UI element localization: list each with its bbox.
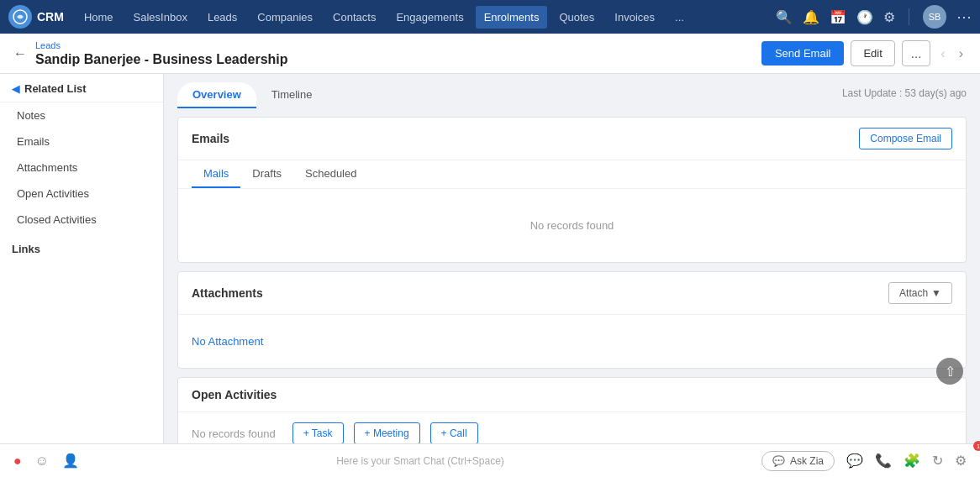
smart-chat-label[interactable]: Here is your Smart Chat (Ctrl+Space) bbox=[92, 455, 748, 467]
clock-icon[interactable]: 🕐 bbox=[856, 9, 873, 25]
sidebar-item-closed-activities[interactable]: Closed Activities bbox=[0, 207, 163, 233]
bottom-icon-phone[interactable]: 📞 bbox=[875, 453, 892, 469]
bottom-icon-chat[interactable]: 💬 bbox=[846, 453, 863, 469]
nav-engagements[interactable]: Engagements bbox=[387, 6, 472, 29]
bottom-icon-puzzle[interactable]: 🧩 bbox=[904, 453, 920, 469]
tabs: Overview Timeline bbox=[177, 82, 327, 108]
nav-home[interactable]: Home bbox=[76, 6, 122, 29]
logo[interactable]: CRM bbox=[8, 5, 64, 29]
send-email-button[interactable]: Send Email bbox=[761, 41, 844, 66]
add-task-button[interactable]: + Task bbox=[292, 422, 344, 444]
leads-breadcrumb[interactable]: Leads bbox=[35, 40, 61, 50]
open-activities-card-header: Open Activities bbox=[178, 378, 966, 412]
tab-overview[interactable]: Overview bbox=[177, 82, 256, 108]
emails-card-title: Emails bbox=[192, 132, 229, 145]
email-tab-drafts[interactable]: Drafts bbox=[240, 160, 293, 188]
attach-button[interactable]: Attach ▼ bbox=[888, 282, 952, 304]
emails-no-records: No records found bbox=[192, 202, 952, 249]
ask-zia-button[interactable]: 💬 Ask Zia 1 bbox=[761, 451, 835, 471]
nav-icons: 🔍 🔔 📅 🕐 ⚙ SB ⋯ bbox=[776, 5, 972, 29]
emails-card-header: Emails Compose Email bbox=[178, 118, 966, 160]
bottom-bar: ● ☺ 👤 Here is your Smart Chat (Ctrl+Spac… bbox=[0, 443, 980, 477]
compose-email-button[interactable]: Compose Email bbox=[859, 128, 952, 149]
back-button[interactable]: ← bbox=[13, 46, 27, 61]
more-options-button[interactable]: ... bbox=[902, 40, 931, 66]
open-activities-no-records: No records found bbox=[192, 427, 276, 440]
edit-button[interactable]: Edit bbox=[851, 40, 894, 66]
bottom-icon-3[interactable]: 👤 bbox=[62, 453, 79, 469]
email-tabs: Mails Drafts Scheduled bbox=[178, 160, 966, 189]
bottom-icon-settings[interactable]: ⚙ bbox=[955, 453, 967, 469]
logo-icon bbox=[8, 5, 32, 29]
tab-bar: Overview Timeline Last Update : 53 day(s… bbox=[164, 74, 980, 108]
bottom-bar-left-icons: ● ☺ 👤 bbox=[13, 453, 79, 469]
topnav: CRM Home SalesInbox Leads Companies Cont… bbox=[0, 0, 980, 34]
sidebar-item-notes[interactable]: Notes bbox=[0, 102, 163, 128]
sidebar: ◀ Related List Notes Emails Attachments … bbox=[0, 74, 164, 477]
attachments-card: Attachments Attach ▼ No Attachment bbox=[177, 271, 967, 369]
zia-icon: 💬 bbox=[772, 455, 785, 467]
scroll-top-button[interactable]: ⇧ bbox=[936, 358, 963, 385]
bottom-icon-refresh[interactable]: ↻ bbox=[932, 453, 943, 469]
emails-card: Emails Compose Email Mails Drafts Schedu… bbox=[177, 117, 967, 263]
nav-invoices[interactable]: Invoices bbox=[606, 6, 663, 29]
breadcrumb-bar: ← Leads Sandip Banerjee - Business Leade… bbox=[0, 34, 980, 74]
attachments-card-title: Attachments bbox=[192, 286, 263, 300]
tab-timeline[interactable]: Timeline bbox=[256, 82, 328, 108]
nav-more[interactable]: ... bbox=[667, 6, 693, 29]
attachments-card-body: No Attachment bbox=[178, 315, 966, 368]
main-layout: ◀ Related List Notes Emails Attachments … bbox=[0, 74, 980, 477]
sidebar-section-label: Related List bbox=[24, 82, 87, 95]
gear-icon[interactable]: ⚙ bbox=[883, 9, 895, 25]
sidebar-links-header: Links bbox=[0, 233, 163, 262]
grid-icon[interactable]: ⋯ bbox=[956, 8, 972, 26]
nav-enrolments[interactable]: Enrolments bbox=[476, 6, 548, 29]
nav-salesinbox[interactable]: SalesInbox bbox=[125, 6, 196, 29]
email-tab-scheduled[interactable]: Scheduled bbox=[293, 160, 368, 188]
nav-divider bbox=[909, 8, 909, 25]
content-area: Overview Timeline Last Update : 53 day(s… bbox=[164, 74, 980, 477]
nav-companies[interactable]: Companies bbox=[249, 6, 321, 29]
attachments-card-header: Attachments Attach ▼ bbox=[178, 272, 966, 315]
bottom-icon-2[interactable]: ☺ bbox=[35, 453, 49, 469]
breadcrumb-actions: Send Email Edit ... ‹ › bbox=[761, 40, 967, 66]
bottom-icon-1[interactable]: ● bbox=[13, 453, 22, 469]
nav-contacts[interactable]: Contacts bbox=[324, 6, 384, 29]
sidebar-item-attachments[interactable]: Attachments bbox=[0, 155, 163, 181]
sidebar-collapse-icon[interactable]: ◀ bbox=[12, 83, 19, 95]
add-call-button[interactable]: + Call bbox=[430, 422, 478, 444]
emails-card-body: No records found bbox=[178, 189, 966, 262]
crm-label: CRM bbox=[37, 10, 64, 24]
no-attachment-label: No Attachment bbox=[192, 328, 952, 354]
sidebar-item-open-activities[interactable]: Open Activities bbox=[0, 181, 163, 207]
bottom-bar-right-icons: 💬 Ask Zia 1 💬 📞 🧩 ↻ ⚙ bbox=[761, 451, 967, 471]
nav-leads[interactable]: Leads bbox=[199, 6, 245, 29]
add-meeting-button[interactable]: + Meeting bbox=[354, 422, 420, 444]
calendar-icon[interactable]: 📅 bbox=[830, 9, 846, 25]
page-title: Sandip Banerjee - Business Leadership bbox=[35, 52, 761, 67]
sidebar-related-list-header: ◀ Related List bbox=[0, 74, 163, 102]
next-arrow[interactable]: › bbox=[956, 43, 967, 65]
sidebar-item-emails[interactable]: Emails bbox=[0, 128, 163, 155]
zia-badge: 1 bbox=[973, 441, 980, 451]
search-icon[interactable]: 🔍 bbox=[776, 9, 793, 25]
nav-quotes[interactable]: Quotes bbox=[551, 6, 603, 29]
bell-icon[interactable]: 🔔 bbox=[803, 9, 819, 25]
avatar[interactable]: SB bbox=[923, 5, 946, 29]
prev-arrow[interactable]: ‹ bbox=[937, 43, 948, 65]
attach-chevron-icon: ▼ bbox=[931, 287, 941, 299]
last-update-label: Last Update : 53 day(s) ago bbox=[842, 87, 967, 104]
open-activities-card-title: Open Activities bbox=[192, 388, 277, 401]
email-tab-mails[interactable]: Mails bbox=[192, 160, 240, 188]
